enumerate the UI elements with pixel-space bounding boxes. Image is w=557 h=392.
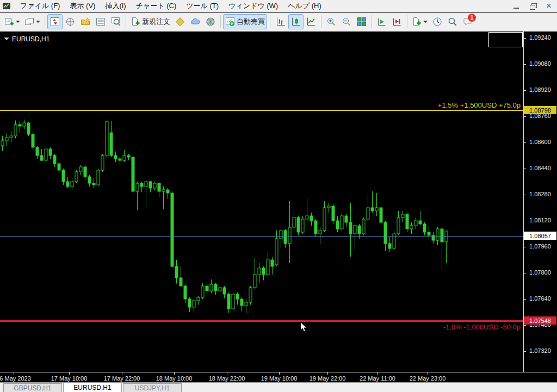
menu-window[interactable]: ウィンドウ (W) <box>224 0 283 12</box>
y-axis-tick <box>524 273 526 273</box>
globe-icon <box>206 17 215 27</box>
new-order-button[interactable]: 新規注文 <box>128 14 172 29</box>
y-axis-label: 1.07800 <box>529 269 551 276</box>
zoom-out-button[interactable] <box>339 14 354 29</box>
y-axis-label: 1.08280 <box>529 191 551 197</box>
take-profit-label: +1.5% +1,500USD +75.0p <box>438 101 521 109</box>
x-axis-tick <box>122 372 122 375</box>
y-axis-label: 1.07320 <box>529 347 551 354</box>
close-button[interactable]: × <box>541 0 557 12</box>
terminal-icon <box>96 17 106 27</box>
restore-button[interactable] <box>524 0 541 12</box>
auto-scroll-button[interactable] <box>374 14 389 29</box>
minimize-button[interactable] <box>508 0 524 12</box>
stop-loss-line[interactable] <box>0 320 523 322</box>
new-chart-icon <box>4 17 14 27</box>
cloud-icon <box>190 17 200 27</box>
y-axis-tick <box>524 195 526 195</box>
tab-usdjpy[interactable]: USDJPY,H1 <box>123 383 182 392</box>
one-click-trading-toggle[interactable] <box>4 38 9 43</box>
y-axis-tick <box>524 221 526 221</box>
market-watch-button[interactable] <box>47 14 63 29</box>
search-button[interactable] <box>445 14 460 29</box>
x-axis-tick <box>377 372 378 375</box>
chart-area[interactable]: EURUSD,H1 +1.5% +1,500USD +75.0p -1.0% -… <box>0 32 557 372</box>
tile-windows-button[interactable] <box>354 14 369 29</box>
crosshair-icon <box>65 17 75 27</box>
candle-chart-type-button[interactable] <box>288 14 304 29</box>
periods-button[interactable] <box>430 14 445 29</box>
indicators-icon <box>412 17 422 27</box>
webterminal-button[interactable] <box>203 14 218 29</box>
tester-magnifier-icon <box>111 17 121 27</box>
x-axis-tick <box>14 372 14 375</box>
auto-scroll-icon <box>377 17 387 27</box>
x-axis-label: 22 May 23:00 <box>410 375 446 382</box>
market-watch-icon <box>50 17 60 27</box>
strategy-tester-button[interactable] <box>108 14 123 29</box>
y-axis-tick <box>524 90 526 91</box>
tile-windows-icon <box>357 17 367 27</box>
window-controls: × <box>508 0 557 12</box>
zoom-in-icon <box>326 17 336 27</box>
menu-tools[interactable]: ツール (T) <box>181 0 224 12</box>
y-axis-label: 1.07960 <box>529 243 551 250</box>
bar-chart-type-button[interactable] <box>273 14 288 29</box>
mt4-window: ファイル (F) 表示 (V) 挿入(I) チャート (C) ツール (T) ウ… <box>0 0 557 392</box>
zoom-in-button[interactable] <box>324 14 339 29</box>
take-profit-line-price-tag: 1.08798 <box>524 106 556 114</box>
menu-view[interactable]: 表示 (V) <box>65 0 100 12</box>
stop-loss-line-price-tag: 1.07548 <box>524 316 556 325</box>
x-axis-label: 22 May 11:00 <box>360 375 395 382</box>
toolbar-separator <box>372 15 372 28</box>
notification-badge: 1 <box>468 14 476 22</box>
autotrading-button[interactable]: 自動売買 <box>223 14 267 29</box>
chevron-down-icon[interactable] <box>16 21 20 25</box>
y-axis-tick <box>524 247 526 247</box>
chart-shift-button[interactable] <box>389 14 405 29</box>
x-axis-tick <box>327 372 328 375</box>
tab-gbpusd[interactable]: GBPUSD,H1 <box>3 383 62 392</box>
y-axis-label: 1.08600 <box>529 139 551 145</box>
minimize-icon <box>513 8 519 9</box>
menu-file[interactable]: ファイル (F) <box>15 0 65 12</box>
y-axis-tick <box>524 351 526 352</box>
community-button[interactable] <box>188 14 203 29</box>
y-axis-label: 1.08920 <box>529 86 551 93</box>
autotrading-icon <box>225 17 235 27</box>
symbol-label: EURUSD,H1 <box>12 35 49 43</box>
folder-star-icon <box>81 17 90 27</box>
chevron-down-icon[interactable] <box>36 21 40 25</box>
line-chart-type-button[interactable] <box>304 14 319 29</box>
take-profit-line[interactable] <box>0 110 523 111</box>
menu-chart[interactable]: チャート (C) <box>131 0 182 12</box>
navigator-button[interactable] <box>78 14 93 29</box>
mouse-cursor <box>300 321 308 333</box>
menu-insert[interactable]: 挿入(I) <box>100 0 131 12</box>
search-icon <box>448 17 457 27</box>
x-axis-label: 19 May 22:00 <box>310 375 346 382</box>
x-axis-tick <box>174 372 175 375</box>
autotrading-label: 自動売買 <box>237 17 265 27</box>
menu-help[interactable]: ヘルプ (H) <box>283 0 326 12</box>
x-axis-label: 16 May 2023 <box>0 375 31 382</box>
profiles-button[interactable] <box>22 14 42 29</box>
data-window-button[interactable] <box>63 14 78 29</box>
y-axis-tick <box>524 169 526 169</box>
bid-price-line[interactable] <box>0 236 523 237</box>
metaeditor-button[interactable] <box>172 14 188 29</box>
zoom-out-icon <box>342 17 351 27</box>
terminal-button[interactable] <box>93 14 108 29</box>
chevron-down-icon[interactable] <box>423 21 428 25</box>
toolbar-grip <box>269 15 271 28</box>
indicators-button[interactable] <box>410 14 430 29</box>
x-axis-label: 17 May 22:00 <box>104 375 140 382</box>
rectangle-object[interactable] <box>488 32 523 47</box>
profiles-icon <box>24 17 34 27</box>
notifications-button[interactable]: 1 <box>460 14 475 29</box>
chart-shift-icon <box>392 17 402 27</box>
y-axis-label: 1.09080 <box>529 60 551 67</box>
time-axis[interactable]: 16 May 202317 May 10:0017 May 22:0018 Ma… <box>0 372 557 382</box>
tab-eurusd[interactable]: EURUSD,H1 <box>63 382 122 392</box>
new-chart-button[interactable] <box>2 14 22 29</box>
